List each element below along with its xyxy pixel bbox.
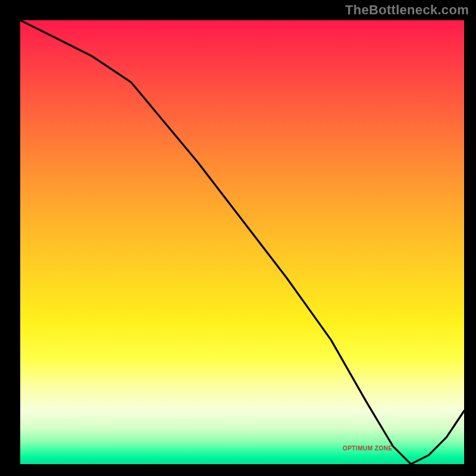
bottleneck-line (20, 20, 464, 464)
optimum-zone-label: OPTIMUM ZONE (343, 445, 393, 452)
chart-frame: TheBottleneck.com OPTIMUM ZONE (0, 0, 476, 476)
watermark-text: TheBottleneck.com (345, 2, 469, 18)
plot-area: OPTIMUM ZONE (20, 20, 464, 464)
